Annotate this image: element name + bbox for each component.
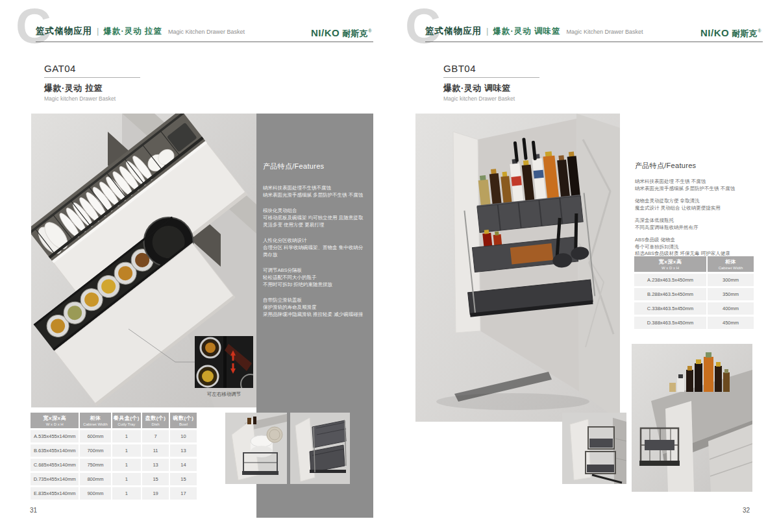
- spec-cell: C.338x463.5x450mm: [634, 302, 706, 315]
- spec-cell: 800mm: [80, 473, 110, 485]
- catalog-spread: C 篮式储物应用 | 爆款·灵动 拉篮 Magic Kitchen Drawer…: [0, 0, 779, 532]
- header-rule-left: [36, 42, 373, 42]
- features-right: 产品特点/Features 纳米科技表面处理 不生锈 不腐蚀纳米表面光滑手感细腻…: [635, 161, 754, 263]
- spec-row: E.835x455x140mm900mm11917: [31, 487, 197, 500]
- product-name-cn: 爆款·灵动 调味篮: [443, 82, 539, 94]
- header-series-right: 爆款·灵动 调味篮: [493, 26, 560, 37]
- brand-logo-cn: 耐斯克: [342, 28, 367, 40]
- header-rule-right: [425, 42, 763, 42]
- brand-logo-cn: 耐斯克: [732, 28, 757, 40]
- feature-group: 纳米科技表面处理 不生锈 不腐蚀纳米表面光滑手感细腻 多层防护不生锈 不腐蚀: [635, 178, 754, 192]
- spec-row: B.288x463.5x450mm350mm: [634, 288, 754, 300]
- spec-row: A.238x463.5x450mm300mm: [634, 274, 754, 286]
- spec-table: 宽x深x高W x D x H柜体Cabinet WidthA.238x463.5…: [633, 254, 755, 331]
- features-heading: 产品特点/Features: [635, 161, 754, 171]
- brand-logo-mark: NI/KO: [700, 27, 729, 38]
- spec-cell: 350mm: [708, 288, 754, 300]
- registered-mark: ®: [758, 29, 761, 33]
- spec-row: D.735x455x140mm800mm11515: [31, 473, 197, 485]
- features-left: 产品特点/Features 纳米科技表面处理不生锈不腐蚀纳米表面光滑手感细腻 多…: [263, 162, 365, 326]
- spec-cell: C.685x455x140mm: [31, 459, 79, 471]
- spec-cell: 1: [112, 430, 142, 442]
- spec-row: B.635x455x140mm700mm11113: [31, 444, 197, 457]
- spec-table: 宽x深x高W x D x H柜体Cabinet Width餐具盒(个)Cutly…: [29, 411, 198, 502]
- product-title-left: GAT04 爆款·灵动 拉篮 Magic kitchen Drawer Bask…: [44, 63, 140, 102]
- header-divider-right: |: [486, 26, 488, 36]
- spec-cell: 750mm: [80, 459, 110, 471]
- spec-cell: 17: [170, 487, 197, 500]
- spec-cell: E.835x455x140mm: [31, 487, 79, 500]
- features-heading: 产品特点/Features: [263, 162, 365, 171]
- feature-line: 可移动底板及碗碟架 均可独立使用 且随意提取: [263, 214, 365, 221]
- thumb-photo-2: [290, 413, 350, 484]
- header-subtitle-en-left: Magic Kitchen Drawer Basket: [168, 29, 245, 35]
- inset-caption: 可左右移动调节: [190, 391, 258, 398]
- feature-line: 纳米科技表面处理不生锈不腐蚀: [263, 184, 365, 191]
- spec-cell: B.635x455x140mm: [31, 444, 79, 457]
- feature-line: 纳米科技表面处理 不生锈 不腐蚀: [635, 178, 754, 186]
- brand-logo-mark: NI/KO: [311, 27, 340, 38]
- spec-cell: 1: [112, 487, 142, 500]
- spec-col-header: 碗数(个)Bowl: [170, 413, 197, 428]
- feature-line: 不同高度调味瓶收纳井然有序: [635, 224, 754, 232]
- brand-logo-right: NI/KO 耐斯克 ®: [700, 27, 761, 40]
- feature-group: 储物盒灵动提取方便 拿取清洗魔盒式设计 灵动组合 让收纳更便捷实用: [635, 198, 754, 212]
- inset-illustration: [195, 336, 253, 388]
- inset-detail-photo: [195, 336, 253, 388]
- product-name-en: Magic kitchen Drawer Basket: [443, 95, 539, 102]
- spec-col-header: 宽x深x高W x D x H: [31, 413, 79, 428]
- spec-cell: D.735x455x140mm: [31, 473, 79, 485]
- feature-group: 人性化分区收纳设计合理分区 科学收纳碗碟架、置物盒 集中收纳分类存放: [263, 237, 365, 258]
- spec-col-header: 柜体Cabinet Width: [80, 413, 110, 428]
- spec-cell: 19: [142, 487, 169, 500]
- feature-line: 纳米表面光滑手感细腻 多层防护不生锈 不腐蚀: [263, 191, 365, 199]
- feature-line: 保护滑轨的寿命及顺滑度: [263, 304, 365, 311]
- bottom-photo-countertop: [632, 344, 752, 492]
- header-series-left: 爆款·灵动 拉篮: [103, 26, 162, 37]
- spec-cell: 14: [170, 459, 197, 471]
- spec-cell: 400mm: [708, 302, 754, 315]
- header-subtitle-en-right: Magic Kitchen Drawer Basket: [567, 29, 643, 35]
- spec-cell: 1: [112, 444, 142, 457]
- feature-line: 采用品牌缓冲隐藏滑轨 推拉轻柔 减少碗碟碰撞: [263, 311, 365, 318]
- spec-row: A.535x455x140mm600mm1710: [31, 430, 197, 442]
- feature-line: ABS食品级 储物盒: [635, 237, 754, 244]
- page-header-right: 篮式储物应用 | 爆款·灵动 调味篮 Magic Kitchen Drawer …: [425, 25, 643, 37]
- header-category-left: 篮式储物应用: [36, 25, 92, 37]
- spec-cell: A.535x455x140mm: [31, 430, 79, 442]
- spec-cell: B.288x463.5x450mm: [634, 288, 706, 300]
- feature-group: 高深盒体低腰瓶托不同高度调味瓶收纳井然有序: [635, 217, 754, 231]
- title-underline: [44, 77, 140, 78]
- feature-line: 合理分区 科学收纳碗碟架、置物盒 集中收纳分类存放: [263, 244, 365, 258]
- feature-line: 模块化灵动组合: [263, 207, 365, 214]
- feature-line: 纳米表面光滑手感细腻 多层防护不生锈 不腐蚀: [635, 186, 754, 193]
- spec-cell: 600mm: [80, 430, 110, 442]
- feature-line: 可调节ABS分隔板: [263, 267, 365, 274]
- spec-cell: A.238x463.5x450mm: [634, 274, 706, 286]
- feature-line: 不用时可拆卸 拒绝约束随意摆放: [263, 281, 365, 288]
- page-header-left: 篮式储物应用 | 爆款·灵动 拉篮 Magic Kitchen Drawer B…: [36, 25, 245, 37]
- feature-group: 模块化灵动组合可移动底板及碗碟架 均可独立使用 且随意提取灵活多变 使用方便 更…: [263, 207, 365, 228]
- product-name-en: Magic kitchen Drawer Basket: [44, 95, 140, 102]
- product-code: GBT04: [443, 63, 539, 74]
- main-photo-spice-basket: [415, 114, 620, 422]
- spec-table-left: 宽x深x高W x D x H柜体Cabinet Width餐具盒(个)Cutly…: [29, 411, 198, 502]
- feature-line: 自带防尘滑轨盖板: [263, 296, 365, 304]
- spec-cell: 15: [170, 473, 197, 485]
- feature-line: 魔盒式设计 灵动组合 让收纳更便捷实用: [635, 205, 754, 212]
- spec-cell: 13: [142, 459, 169, 471]
- spec-table-right: 宽x深x高W x D x H柜体Cabinet WidthA.238x463.5…: [633, 254, 755, 331]
- spec-cell: 1: [112, 459, 142, 471]
- registered-mark: ®: [368, 29, 371, 33]
- spec-cell: 700mm: [80, 444, 110, 457]
- header-divider-left: |: [97, 26, 99, 36]
- spec-cell: 13: [170, 444, 197, 457]
- spice-basket-illustration: [415, 114, 620, 422]
- feature-line: 每个可单独拆卸清洗: [635, 244, 754, 251]
- feature-group: 自带防尘滑轨盖板保护滑轨的寿命及顺滑度采用品牌缓冲隐藏滑轨 推拉轻柔 减少碗碟碰…: [263, 296, 365, 318]
- cabinet-marble-panel: [576, 114, 620, 422]
- spec-col-header: 餐具盒(个)Cutly Tray: [112, 413, 142, 428]
- thumb-photo-1: [225, 413, 287, 484]
- thumb-photo-3: [562, 413, 626, 484]
- features-list: 纳米科技表面处理不生锈不腐蚀纳米表面光滑手感细腻 多层防护不生锈 不腐蚀模块化灵…: [263, 184, 365, 318]
